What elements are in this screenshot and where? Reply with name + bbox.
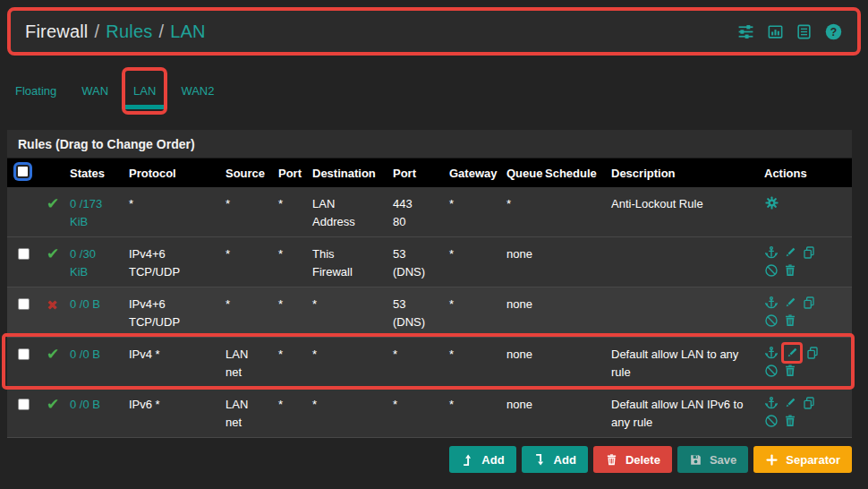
queue-cell: *	[506, 187, 545, 236]
pass-icon: ✔	[47, 397, 59, 412]
copy-icon[interactable]	[802, 396, 816, 410]
breadcrumb-section: Firewall	[25, 21, 89, 41]
breadcrumb: Firewall/Rules/LAN	[25, 21, 206, 42]
table-row[interactable]: ✔ 0 /0 B IPv6 * LAN net * * * * none Def…	[7, 388, 852, 438]
pass-icon: ✔	[47, 196, 59, 211]
source-cell: *	[226, 287, 278, 337]
col-states: States	[70, 167, 129, 180]
col-description: Description	[611, 167, 764, 180]
port-cell: *	[278, 388, 312, 437]
gear-icon[interactable]	[764, 195, 779, 210]
sliders-icon[interactable]	[736, 22, 755, 41]
copy-icon[interactable]	[802, 245, 816, 260]
gateway-cell: *	[449, 338, 506, 387]
protocol-cell: IPv4+6 TCP/UDP	[129, 287, 226, 337]
delete-button[interactable]: Delete	[593, 446, 672, 473]
protocol-cell: IPv4 *	[129, 338, 226, 387]
row-checkbox[interactable]	[18, 348, 30, 360]
col-protocol: Protocol	[129, 167, 226, 180]
ban-icon[interactable]	[764, 414, 779, 428]
table-header-row: States Protocol Source Port Destination …	[7, 159, 852, 187]
copy-icon[interactable]	[802, 296, 816, 310]
schedule-cell	[545, 287, 611, 337]
table-row-annotated[interactable]: ✔ 0 /0 B IPv4 * LAN net * * * * none Def…	[7, 338, 852, 388]
destination-cell: This Firewall	[312, 237, 393, 287]
port2-cell: 53 (DNS)	[393, 237, 449, 287]
help-icon[interactable]: ?	[824, 22, 843, 41]
destination-cell: *	[312, 338, 393, 387]
row-checkbox[interactable]	[18, 298, 30, 310]
schedule-cell	[545, 388, 611, 437]
add-rule-top-button[interactable]: Add	[449, 446, 515, 473]
description-cell: Default allow LAN to any rule	[611, 338, 764, 387]
level-down-icon	[533, 453, 547, 467]
trash-icon[interactable]	[783, 263, 797, 278]
footer-buttons: Add Add Delete Sa	[449, 446, 852, 473]
pass-icon: ✔	[47, 246, 59, 262]
trash-icon[interactable]	[783, 313, 797, 328]
breadcrumb-separator: /	[158, 21, 164, 41]
copy-icon[interactable]	[805, 346, 820, 360]
table-row-disabled[interactable]: ✖ 0 /0 B IPv4+6 TCP/UDP * * * 53 (DNS) *…	[7, 287, 852, 338]
tab-floating[interactable]: Floating	[15, 84, 56, 98]
port2-cell: 443 80	[393, 187, 449, 236]
description-cell	[611, 287, 764, 337]
col-gateway: Gateway	[449, 167, 506, 180]
add-rule-bottom-button[interactable]: Add	[522, 446, 588, 473]
port2-cell: *	[393, 388, 449, 437]
table-row[interactable]: ✔ 0 /30 KiB IPv4+6 TCP/UDP * * This Fire…	[7, 237, 852, 287]
tab-wan2[interactable]: WAN2	[181, 84, 214, 98]
port2-cell: 53 (DNS)	[393, 287, 449, 337]
log-icon[interactable]	[796, 23, 813, 40]
gateway-cell: *	[449, 187, 506, 236]
tab-wan[interactable]: WAN	[81, 84, 108, 98]
port-cell: *	[278, 237, 312, 287]
trash-icon[interactable]	[783, 414, 797, 428]
col-destination: Destination	[312, 167, 393, 180]
protocol-cell: IPv4+6 TCP/UDP	[129, 237, 226, 287]
schedule-cell	[545, 187, 611, 236]
pencil-icon[interactable]	[785, 346, 799, 360]
pencil-icon[interactable]	[783, 396, 797, 410]
tab-lan[interactable]: LAN	[133, 84, 156, 98]
save-icon	[689, 453, 702, 467]
ban-icon[interactable]	[764, 263, 779, 278]
destination-cell: *	[312, 287, 393, 337]
source-cell: LAN net	[226, 388, 278, 437]
col-port2: Port	[393, 167, 449, 180]
trash-icon[interactable]	[783, 364, 797, 378]
svg-text:?: ?	[830, 25, 837, 38]
source-cell: *	[226, 237, 278, 287]
select-all-checkbox[interactable]	[16, 165, 30, 178]
panel-title: Rules (Drag to Change Order)	[7, 130, 852, 159]
source-cell: *	[226, 187, 278, 236]
row-checkbox[interactable]	[18, 248, 30, 260]
queue-cell: none	[506, 237, 545, 287]
ban-icon[interactable]	[764, 364, 779, 378]
save-button[interactable]: Save	[677, 446, 748, 473]
pencil-icon[interactable]	[783, 245, 797, 260]
protocol-cell: *	[129, 187, 226, 236]
col-source: Source	[226, 167, 278, 180]
gateway-cell: *	[449, 287, 506, 337]
breadcrumb-bar-annotated: Firewall/Rules/LAN	[7, 7, 861, 56]
row-checkbox[interactable]	[18, 399, 30, 410]
add-separator-button[interactable]: Separator	[753, 446, 852, 473]
bar-chart-icon[interactable]	[767, 23, 784, 40]
port-cell: *	[278, 187, 312, 236]
table-row-anti-lockout[interactable]: ✔ 0 /173 KiB * * * LAN Address 443 80 * …	[7, 187, 852, 237]
anchor-icon[interactable]	[764, 346, 779, 360]
states-cell: 0 /0 B	[70, 388, 129, 437]
pencil-icon[interactable]	[783, 296, 797, 310]
states-cell: 0 /30 KiB	[70, 237, 129, 287]
anchor-icon[interactable]	[764, 396, 779, 410]
anchor-icon[interactable]	[764, 245, 779, 260]
breadcrumb-interface-link[interactable]: LAN	[170, 21, 206, 41]
rules-panel: Rules (Drag to Change Order) States Prot…	[7, 130, 852, 438]
pass-icon: ✔	[47, 347, 59, 362]
anchor-icon[interactable]	[764, 296, 779, 310]
breadcrumb-page-link[interactable]: Rules	[106, 21, 152, 41]
level-up-icon	[461, 453, 474, 467]
ban-icon[interactable]	[764, 313, 779, 328]
col-schedule: Schedule	[545, 167, 611, 180]
